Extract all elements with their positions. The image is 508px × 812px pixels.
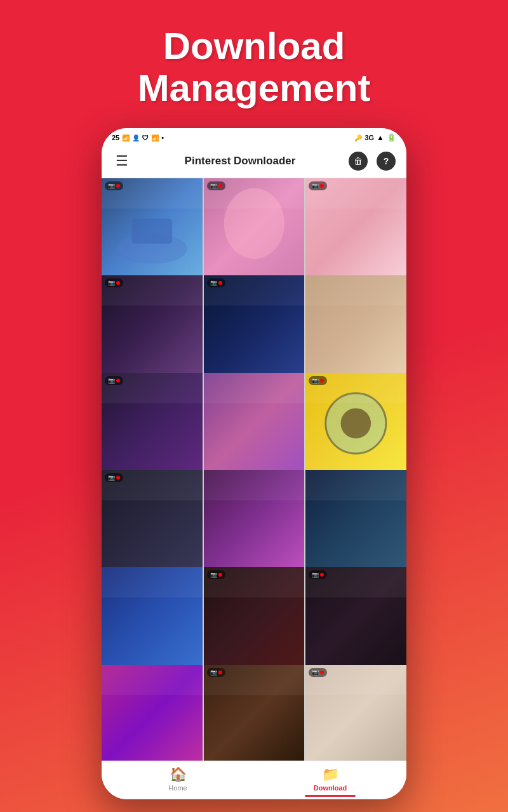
svg-rect-10 — [204, 373, 305, 403]
network-label: 3G — [364, 134, 374, 141]
grid-item[interactable]: 📷 — [102, 275, 203, 376]
bottom-nav: 🏠 Home 📁 Download — [102, 761, 406, 799]
svg-point-12 — [341, 408, 371, 438]
grid-item[interactable]: 📷 — [204, 665, 305, 761]
signal-icon: 📶 — [122, 134, 130, 141]
grid-item[interactable]: 📷 — [305, 178, 406, 279]
video-badge: 📷 — [309, 570, 327, 579]
camera-icon: 📷 — [210, 280, 217, 286]
camera-icon: 📷 — [210, 572, 217, 578]
video-badge: 📷 — [105, 278, 123, 287]
camera-icon: 📷 — [108, 475, 115, 481]
home-label: Home — [168, 784, 187, 792]
camera-icon: 📷 — [312, 572, 319, 578]
grid-item[interactable]: 📷 — [204, 567, 305, 668]
grid-item[interactable] — [204, 373, 305, 474]
menu-button[interactable]: ☰ — [112, 151, 132, 171]
video-badge: 📷 — [207, 668, 225, 677]
camera-icon: 📷 — [210, 669, 217, 676]
grid-item[interactable]: 📷 — [204, 178, 305, 279]
camera-icon: 📷 — [108, 183, 115, 189]
media-grid: 📷 📷 📷 📷 📷 📷 📷 📷 — [102, 178, 406, 761]
status-time: 25 — [112, 134, 119, 141]
app-bar: ☰ Pinterest Downloader 🗑 ? — [102, 145, 406, 178]
trash-icon: 🗑 — [349, 152, 368, 171]
download-label: Download — [314, 784, 347, 792]
record-dot — [218, 573, 222, 577]
battery-icon: 🔋 — [387, 133, 396, 142]
dot-icon: • — [161, 134, 164, 141]
camera-icon: 📷 — [108, 377, 115, 384]
camera-icon: 📷 — [108, 280, 115, 286]
grid-item[interactable] — [305, 275, 406, 376]
status-left: 25 📶 👤 🛡 📶 • — [112, 134, 164, 141]
video-badge: 📷 — [105, 473, 123, 482]
signal-strength-icon: ▲ — [377, 133, 384, 142]
grid-item[interactable] — [102, 665, 203, 761]
record-dot — [116, 281, 120, 285]
page-title: Download Management — [138, 25, 371, 109]
svg-rect-16 — [305, 470, 406, 501]
nav-item-download[interactable]: 📁 Download — [254, 766, 406, 797]
home-icon: 🏠 — [170, 766, 187, 783]
camera-icon: 📷 — [312, 669, 319, 676]
record-dot — [218, 281, 222, 285]
svg-rect-20 — [102, 665, 203, 695]
grid-item[interactable] — [102, 567, 203, 668]
user-icon: 👤 — [132, 134, 140, 141]
download-folder-icon: 📁 — [322, 766, 339, 783]
record-dot — [320, 184, 324, 188]
camera-icon: 📷 — [312, 377, 319, 384]
phone-frame: 25 📶 👤 🛡 📶 • 🔑 3G ▲ 🔋 ☰ Pinterest Downlo… — [102, 128, 406, 799]
active-nav-indicator — [305, 795, 356, 797]
record-dot — [320, 573, 324, 577]
grid-item[interactable]: 📷 — [305, 373, 406, 474]
app-bar-actions: 🗑 ? — [348, 151, 396, 171]
camera-icon: 📷 — [312, 183, 319, 189]
svg-rect-17 — [102, 567, 203, 598]
trash-button[interactable]: 🗑 — [348, 151, 368, 171]
video-badge: 📷 — [207, 570, 225, 579]
record-dot — [320, 671, 324, 674]
svg-rect-1 — [132, 218, 172, 244]
video-badge: 📷 — [105, 376, 123, 385]
grid-item[interactable]: 📷 — [102, 178, 203, 279]
grid-item[interactable]: 📷 — [204, 275, 305, 376]
key-icon: 🔑 — [354, 134, 362, 141]
grid-item[interactable] — [204, 470, 305, 571]
video-badge: 📷 — [309, 376, 327, 385]
status-right: 🔑 3G ▲ 🔋 — [354, 133, 396, 142]
signal2-icon: 📶 — [151, 134, 159, 141]
video-badge: 📷 — [105, 181, 123, 190]
grid-item[interactable]: 📷 — [305, 567, 406, 668]
record-dot — [116, 184, 120, 188]
grid-item[interactable]: 📷 — [102, 373, 203, 474]
help-icon: ? — [377, 152, 396, 171]
grid-item[interactable] — [305, 470, 406, 571]
svg-rect-8 — [305, 275, 406, 306]
shield-icon: 🛡 — [142, 134, 149, 141]
video-badge: 📷 — [309, 181, 327, 190]
record-dot — [218, 671, 222, 674]
video-badge: 📷 — [309, 668, 327, 677]
help-button[interactable]: ? — [376, 151, 396, 171]
svg-rect-15 — [204, 470, 305, 501]
app-bar-title: Pinterest Downloader — [185, 155, 296, 167]
record-dot — [116, 379, 120, 383]
video-badge: 📷 — [207, 181, 225, 190]
nav-item-home[interactable]: 🏠 Home — [102, 766, 254, 797]
record-dot — [218, 184, 222, 188]
camera-icon: 📷 — [210, 183, 217, 189]
grid-item[interactable]: 📷 — [305, 665, 406, 761]
video-badge: 📷 — [207, 278, 225, 287]
status-bar: 25 📶 👤 🛡 📶 • 🔑 3G ▲ 🔋 — [102, 128, 406, 145]
grid-item[interactable]: 📷 — [102, 470, 203, 571]
record-dot — [116, 476, 120, 480]
record-dot — [320, 379, 324, 383]
